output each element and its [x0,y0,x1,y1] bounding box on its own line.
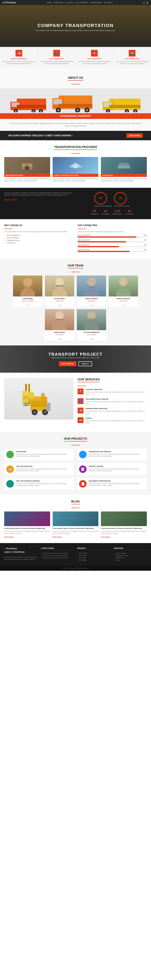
svg-rect-19 [59,104,92,108]
project-item-0: 🌿 TEAM SPIRIT Lorem ipsum dolor sit amet… [4,449,74,460]
team-tw-1[interactable]: t [59,304,59,306]
svg-rect-20 [109,99,141,110]
svg-rect-73 [22,391,29,396]
team-card-0: JOHN MARK CEO & FOUNDER f t in [13,275,42,307]
team-in-0[interactable]: in [28,304,30,306]
banner: WE ALWAYS WORKED TIRELESSLY & MEET CARGO… [0,131,151,140]
blog-read-more-2[interactable]: READ MORE... [101,536,111,538]
team-fb-0[interactable]: f [26,304,26,306]
nav-shortcode[interactable]: SHORTCODE ▾ [90,2,102,3]
team-fb-1[interactable]: f [58,304,58,306]
team-tw-2[interactable]: t [91,304,91,306]
team-tw-5[interactable]: t [91,338,91,340]
team-tw-3[interactable]: t [123,304,123,306]
blog-read-more-1[interactable]: READ MORE... [53,536,63,538]
team-tw-4[interactable]: t [59,338,59,340]
trucks-visual [0,88,151,113]
team-in-4[interactable]: in [60,338,61,340]
check-item-0: 20 years experience [4,234,74,236]
about-title: ABOUT US [4,76,147,81]
team-photo-2 [77,275,106,296]
blog-post-desc-0: Lorem ipsum dolor sit amet consectetur a… [4,530,50,535]
project-text-3: PROJECT PROMO Lorem ipsum dolor sit amet… [89,465,145,473]
blog-post-title-2: Lorem ipsum dolor sit amet consectetur a… [101,527,147,530]
cap-track-rail [78,241,147,242]
banner-text: WE ALWAYS WORKED TIRELESSLY & MEET CARGO… [8,134,72,137]
svg-point-28 [134,110,137,112]
svg-rect-60 [56,319,63,320]
footer-services-title: Services [114,547,147,550]
project-desc-4: Lorem ipsum dolor sit amet consectetur a… [16,482,72,487]
team-name-0: JOHN MARK [14,298,41,299]
team-role-2: MANAGER [88,300,95,302]
team-card-4: DIANA SMITH ENGINEER f t in [45,309,74,340]
footer-project-3: Rail Freight [77,559,110,561]
team-in-2[interactable]: in [92,304,93,306]
nav-home[interactable]: HOME [47,2,52,3]
team-in-1[interactable]: in [60,304,61,306]
footer-project-title: Project [77,547,110,550]
footer-news-title: Latest News [41,547,74,550]
service-icon-1: 📫 [78,398,84,404]
footer-service-2: Warehousing [114,557,147,558]
air-title: AIR TRANSPORT [78,58,111,60]
dark-right: 27 YEARS OF EXPERIENCE 15 TRANSPORT ROUT… [77,192,147,215]
service-title-2: WAREHOUSING SERVICES [85,407,147,409]
dark-link-1[interactable]: Title One [4,199,10,200]
team-info-1: OLIVIA MAYA DIRECTOR [45,296,74,303]
blog-post-desc-2: Lorem ipsum dolor sit amet consectetur a… [101,530,147,535]
cap-fill-rail [78,241,126,242]
badge-experience: 27 YEARS OF EXPERIENCE [95,192,112,207]
team-name-3: DIANA PATRICIA [110,298,137,299]
project-title-2: JOIN THE INDUSTRY [16,465,72,467]
blog-img-2 [101,511,147,526]
transport-cards: 🚛 ROAD TRANSPORT Lorem ipsum dolor sit a… [0,47,151,68]
nav-portfolio[interactable]: PORTFOLIO ▾ [54,2,65,3]
team-tw-0[interactable]: t [27,304,27,306]
why-capabilities-section: WHY CHOOSE US Lorem ipsum dolor sit amet… [0,219,151,259]
team-fb-5[interactable]: f [90,338,90,340]
nav-menu-icon[interactable]: ☰ [143,2,145,3]
svg-rect-64 [89,318,93,319]
project-desc-0: Lorem ipsum dolor sit amet consectetur a… [16,453,72,457]
svg-point-26 [126,110,128,112]
dark-link-2[interactable]: Title One [11,199,17,200]
team-fb-3[interactable]: f [121,304,122,306]
team-socials-3: f t in [109,303,138,307]
service-item-2: 🏭 WAREHOUSING SERVICES Lorem ipsum dolor… [78,407,147,414]
provider-card-1: GLOBAL TRANSPORT SOLUTIONS Lorem ipsum d… [53,157,98,183]
project-icon-0: 🌿 [6,451,14,458]
team-in-5[interactable]: in [92,338,93,340]
blog-read-more-0[interactable]: READ MORE... [4,536,14,538]
svg-rect-29 [109,105,141,108]
badge-years-label: YEARS OF EXPERIENCE [95,205,112,207]
banner-read-more-button[interactable]: READ MORE [127,134,143,138]
project-desc-1: Lorem ipsum dolor sit amet consectetur a… [89,453,145,457]
nav-bz-who[interactable]: BZ WHO ▾ [104,2,112,3]
cap-track-sea [78,251,147,252]
footer: LTProTrans About LT ProTrans Lorem ipsum… [0,543,151,566]
team-in-3[interactable]: in [124,304,125,306]
team-fb-4[interactable]: f [58,338,58,340]
provider-label-1: GLOBAL TRANSPORT SOLUTIONS [53,174,98,177]
about-subtitle: INTERNATIONAL TRANSPORT [2,115,149,117]
sea-desc: Lorem ipsum dolor sit amet consectetur a… [116,60,149,65]
stat-locations: 32 LOCATIONS [125,209,133,215]
nav-post-format[interactable]: POST FORMAT ▾ [75,2,88,3]
cap-fill-air [78,246,119,247]
footer-service-1: Packaging Storage [114,555,147,556]
footer-logo: LTProTrans [4,547,37,550]
nav-search-icon[interactable]: 🔍 [146,2,148,3]
nav-blog[interactable]: BLOG ▾ [67,2,73,3]
hire-us-button[interactable]: HIRE US [79,361,92,366]
svg-rect-53 [88,286,95,290]
tp-hero-title: TRANSPORT PROJECT [48,352,103,357]
team-fb-2[interactable]: f [90,304,90,306]
footer-news-col: Latest News Lorem ipsum dolor sit amet c… [41,547,74,562]
project-text-5: DOCUMENT PREPARATION Lorem ipsum dolor s… [89,480,145,488]
project-icon-5: 📄 [79,480,87,488]
service-icon-0: 📦 [78,388,84,395]
team-card-2: EVAN THOMAS MANAGER f t in [77,275,106,307]
discover-us-button[interactable]: DISCOVER US [59,361,76,366]
team-role-5: DEVELOPER [87,334,96,336]
